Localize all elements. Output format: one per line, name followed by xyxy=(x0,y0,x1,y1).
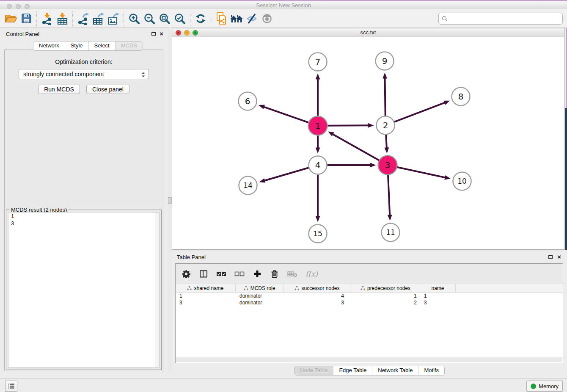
graph-edge-2-8[interactable] xyxy=(394,102,445,122)
close-panel-button[interactable]: Close panel xyxy=(86,85,129,94)
unselect-all-columns-icon[interactable] xyxy=(234,269,245,279)
vertical-splitter[interactable] xyxy=(168,28,172,373)
zoom-fit-icon[interactable] xyxy=(157,11,172,26)
open-session-icon[interactable] xyxy=(3,11,19,26)
float-panel-icon[interactable] xyxy=(548,255,553,259)
import-network-icon[interactable] xyxy=(39,11,55,26)
tab-style[interactable]: Style xyxy=(65,41,89,50)
export-network-icon[interactable] xyxy=(75,11,91,26)
graph-edge-arrow xyxy=(328,132,334,137)
optimization-criterion-select[interactable]: strongly connected component xyxy=(19,69,149,79)
tab-network-table[interactable]: Network Table xyxy=(372,366,418,375)
cell-shared-name[interactable]: 1 xyxy=(176,293,236,299)
cell-mcds-role[interactable]: dominator xyxy=(236,299,284,306)
column-header-shared-name[interactable]: shared name xyxy=(176,284,236,292)
status-bar: Memory xyxy=(0,378,567,392)
close-panel-icon[interactable]: × xyxy=(160,31,163,36)
graph-edge-3-1[interactable] xyxy=(332,134,379,160)
zoom-out-icon[interactable] xyxy=(142,11,157,26)
graph-edge-1-6[interactable] xyxy=(263,107,308,123)
save-session-icon[interactable] xyxy=(19,11,34,26)
tab-motifs[interactable]: Motifs xyxy=(418,366,444,375)
graph-node-label: 7 xyxy=(315,57,321,67)
graph-edge-3-10[interactable] xyxy=(397,167,446,178)
toggle-column-panel-icon[interactable] xyxy=(199,269,208,279)
window-close-button[interactable] xyxy=(7,4,12,9)
search-box[interactable] xyxy=(438,13,563,25)
table-settings-gear-icon[interactable] xyxy=(182,269,191,279)
cell-mcds-role[interactable]: dominator xyxy=(236,293,284,299)
tab-select[interactable]: Select xyxy=(89,41,116,50)
graph-edge-arrow xyxy=(316,74,320,80)
splitter-handle[interactable] xyxy=(168,197,172,204)
close-panel-icon[interactable]: × xyxy=(557,254,561,259)
show-graphics-details-icon[interactable] xyxy=(259,11,275,26)
cell-name[interactable]: 1 xyxy=(420,293,456,299)
zoom-selected-icon[interactable] xyxy=(172,11,187,26)
search-input[interactable] xyxy=(448,14,562,23)
run-mcds-button[interactable]: Run MCDS xyxy=(38,85,80,94)
graph-edge-2-3[interactable] xyxy=(386,135,387,148)
graph-node-label: 1 xyxy=(315,121,321,131)
network-graph: 7968124314101511 xyxy=(172,37,564,249)
memory-status-icon xyxy=(531,384,536,389)
memory-label: Memory xyxy=(539,383,559,389)
table-scrollbar-strip[interactable] xyxy=(176,357,562,362)
cell-predecessor-nodes[interactable]: 2 xyxy=(351,299,420,306)
cell-shared-name[interactable]: 3 xyxy=(176,299,236,306)
graph-node-label: 15 xyxy=(313,229,322,238)
first-neighbors-icon[interactable] xyxy=(229,11,244,26)
tab-node-table[interactable]: Node Table xyxy=(295,366,334,375)
graph-edge-arrow xyxy=(383,72,387,78)
graph-edge-arrow xyxy=(259,178,265,182)
memory-button[interactable]: Memory xyxy=(526,381,563,392)
export-image-icon[interactable] xyxy=(106,11,121,26)
zoom-in-icon[interactable] xyxy=(127,11,142,26)
cell-predecessor-nodes[interactable]: 1 xyxy=(351,293,420,299)
graph-edge-3-11[interactable] xyxy=(388,174,390,215)
create-column-plus-icon[interactable] xyxy=(253,269,262,279)
control-panel-tabs: Network Style Select MCDS xyxy=(33,41,143,51)
graph-edge-arrow xyxy=(388,215,392,221)
network-close-icon[interactable]: × xyxy=(176,30,181,36)
result-list-scrollbar[interactable] xyxy=(155,213,159,367)
refresh-layout-icon[interactable] xyxy=(193,11,208,26)
hide-graphics-details-icon[interactable] xyxy=(244,11,259,26)
cell-successor-nodes[interactable]: 4 xyxy=(284,293,351,299)
export-table-icon[interactable] xyxy=(91,11,106,26)
graph-edge-arrow xyxy=(443,101,450,105)
node-table-container: f(x) shared name MCDS role successor nod… xyxy=(175,263,563,363)
cell-name[interactable]: 3 xyxy=(420,299,456,306)
table-row[interactable]: 1 dominator 4 1 1 xyxy=(176,293,563,299)
tab-edge-table[interactable]: Edge Table xyxy=(333,366,372,375)
network-maximize-icon[interactable]: + xyxy=(193,30,198,36)
tab-mcds[interactable]: MCDS xyxy=(116,41,143,50)
cell-successor-nodes[interactable]: 3 xyxy=(284,299,351,306)
network-canvas[interactable]: 7968124314101511 xyxy=(172,37,564,250)
table-header-row: shared name MCDS role successor nodes pr… xyxy=(176,284,563,293)
graph-edge-2-9[interactable] xyxy=(385,77,385,116)
control-panel: Control Panel × Network Style Select MCD… xyxy=(0,28,168,373)
table-row[interactable]: 3 dominator 3 2 3 xyxy=(176,299,563,306)
attribute-tree-icon xyxy=(187,286,192,290)
column-header-name[interactable]: name xyxy=(420,284,456,292)
network-minimize-icon[interactable]: − xyxy=(184,30,190,36)
window-minimize-button[interactable] xyxy=(16,4,21,9)
graph-edge-4-14[interactable] xyxy=(264,168,308,181)
column-header-mcds-role[interactable]: MCDS role xyxy=(236,284,284,292)
mcds-result-list[interactable]: 1 3 xyxy=(8,212,160,368)
delete-column-trash-icon[interactable] xyxy=(270,269,279,279)
float-panel-icon[interactable] xyxy=(151,32,156,36)
import-table-icon[interactable] xyxy=(55,11,70,26)
column-header-successor-nodes[interactable]: successor nodes xyxy=(284,284,351,292)
tab-network[interactable]: Network xyxy=(33,41,65,50)
attribute-tree-icon xyxy=(295,286,299,290)
mcds-result-item[interactable]: 1 xyxy=(8,213,159,220)
graph-edge-1-2[interactable] xyxy=(327,125,369,126)
window-zoom-button[interactable] xyxy=(25,4,30,9)
task-history-button[interactable] xyxy=(5,381,17,392)
select-all-columns-icon[interactable] xyxy=(216,269,226,279)
mcds-result-item[interactable]: 3 xyxy=(8,220,159,227)
clone-network-icon[interactable] xyxy=(214,11,229,26)
column-header-predecessor-nodes[interactable]: predecessor nodes xyxy=(351,284,420,292)
